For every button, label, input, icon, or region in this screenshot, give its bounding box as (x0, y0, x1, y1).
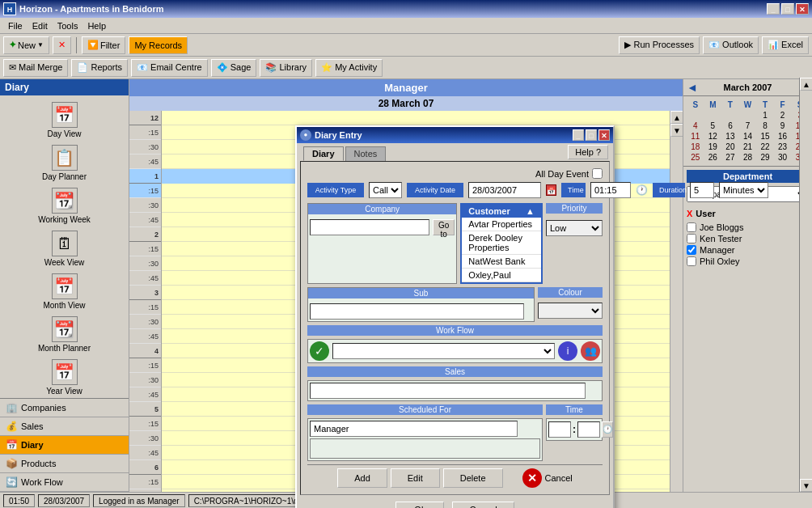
activity-type-select[interactable]: Call (369, 182, 402, 198)
scroll-up-button[interactable]: ▲ (670, 111, 683, 124)
workflow-green-icon[interactable]: ✓ (310, 341, 329, 361)
workflow-people-icon[interactable]: 👥 (581, 341, 600, 361)
edit-button[interactable]: Edit (391, 468, 440, 488)
right-scroll-up[interactable]: ▲ (800, 78, 812, 91)
library-button[interactable]: 📚 Library (260, 59, 312, 77)
nav-products[interactable]: 📦 Products (0, 455, 129, 473)
menu-file[interactable]: File (3, 19, 27, 32)
maximize-button[interactable]: □ (781, 3, 794, 15)
cal-day[interactable]: 21 (739, 142, 757, 152)
tab-notes[interactable]: Notes (345, 146, 387, 161)
add-button[interactable]: Add (337, 468, 387, 488)
mail-merge-button[interactable]: ✉ Mail Merge (3, 59, 68, 77)
customer-close-icon[interactable]: ▲ (526, 206, 535, 216)
dialog-maximize-button[interactable]: □ (586, 129, 597, 141)
cal-day[interactable]: 18 (687, 142, 704, 152)
time-field-input[interactable] (548, 421, 571, 438)
cal-day cal-today[interactable]: 28 (739, 152, 757, 163)
cal-day[interactable]: 1 (756, 110, 774, 121)
sidebar-week-view[interactable]: 🗓 Week View (0, 227, 129, 270)
customer-item[interactable]: Oxley,Paul (462, 269, 541, 282)
cal-day[interactable]: 4 (687, 121, 704, 131)
cal-day[interactable]: 12 (704, 131, 722, 142)
my-records-button[interactable]: My Records (129, 36, 188, 54)
nav-diary[interactable]: 📅 Diary (0, 436, 129, 455)
cal-day[interactable]: 7 (739, 121, 757, 131)
user-ken-checkbox[interactable] (687, 234, 696, 243)
new-button[interactable]: ✦ New ▼ (3, 36, 49, 54)
tab-diary[interactable]: Diary (303, 146, 344, 161)
user-joe-checkbox[interactable] (687, 222, 696, 232)
cal-day[interactable]: 25 (687, 152, 704, 163)
my-activity-button[interactable]: ⭐ My Activity (315, 59, 383, 77)
cal-day[interactable]: 14 (739, 131, 757, 142)
run-processes-button[interactable]: ▶ Run Processes (619, 36, 700, 54)
user-phil-checkbox[interactable] (687, 256, 696, 266)
cal-day[interactable]: 2 (774, 110, 792, 121)
colour-select[interactable] (538, 303, 603, 319)
cancel-button[interactable]: Cancel (452, 502, 514, 508)
subject-input[interactable] (310, 303, 524, 320)
sidebar-working-week[interactable]: 📆 Working Week (0, 184, 129, 227)
cal-day[interactable]: 9 (774, 121, 792, 131)
filter-button[interactable]: 🔽 Filter (82, 36, 125, 54)
duration-unit-select[interactable]: Minutes (719, 182, 768, 198)
dialog-close-button[interactable]: ✕ (598, 129, 610, 141)
cal-day[interactable]: 22 (756, 142, 774, 152)
customer-item[interactable]: Avtar Properties (462, 218, 541, 231)
sales-input[interactable] (310, 383, 586, 399)
reports-button[interactable]: 📄 Reports (71, 59, 128, 77)
duration-input[interactable] (690, 182, 714, 198)
cal-day[interactable]: 30 (774, 152, 792, 163)
time-picker-button[interactable]: 🕐 (602, 421, 613, 438)
cal-day[interactable]: 19 (704, 142, 722, 152)
excel-button[interactable]: 📊 Excel (762, 36, 809, 54)
sidebar-day-view[interactable]: 📅 Day View (0, 99, 129, 142)
cal-day[interactable]: 16 (774, 131, 792, 142)
diary-scrollbar[interactable]: ▲ ▼ (670, 111, 683, 492)
cal-day[interactable]: 29 (756, 152, 774, 163)
time-field-input2[interactable] (577, 421, 600, 438)
right-scroll-down[interactable]: ▼ (800, 479, 812, 492)
company-input[interactable] (310, 219, 429, 235)
cal-day[interactable]: 5 (704, 121, 722, 131)
company-goto-button[interactable]: Go to (433, 219, 455, 235)
calendar-prev-button[interactable]: ◄ (687, 81, 698, 94)
cal-day[interactable]: 6 (721, 121, 739, 131)
minimize-button[interactable]: _ (767, 3, 780, 15)
cal-day[interactable]: 20 (721, 142, 739, 152)
sage-button[interactable]: 💠 Sage (211, 59, 257, 77)
cal-day[interactable] (739, 110, 757, 121)
cal-day[interactable]: 8 (756, 121, 774, 131)
menu-help[interactable]: Help (82, 19, 111, 32)
cal-day[interactable] (687, 110, 704, 121)
cal-day[interactable]: 11 (687, 131, 704, 142)
time-input[interactable] (590, 182, 631, 198)
cal-day[interactable]: 26 (704, 152, 722, 163)
sidebar-month-planner[interactable]: 📆 Month Planner (0, 313, 129, 356)
menu-tools[interactable]: Tools (53, 19, 83, 32)
activity-date-input[interactable] (468, 182, 541, 198)
menu-edit[interactable]: Edit (27, 19, 53, 32)
cal-day[interactable]: 13 (721, 131, 739, 142)
sidebar-year-view[interactable]: 📅 Year View (0, 356, 129, 398)
cal-day[interactable]: 15 (756, 131, 774, 142)
scheduled-for-input[interactable] (310, 421, 518, 437)
outlook-button[interactable]: 📧 Outlook (703, 36, 759, 54)
dialog-minimize-button[interactable]: _ (573, 129, 584, 141)
cal-day[interactable] (721, 110, 739, 121)
cal-day[interactable]: 27 (721, 152, 739, 163)
all-day-checkbox[interactable] (592, 168, 603, 179)
ok-button[interactable]: Ok (395, 502, 444, 508)
delete-button[interactable]: ✕ (53, 36, 71, 54)
sidebar-month-view[interactable]: 📅 Month View (0, 270, 129, 313)
nav-sales[interactable]: 💰 Sales (0, 417, 129, 436)
workflow-blue-icon[interactable]: i (558, 341, 577, 361)
nav-workflow[interactable]: 🔄 Work Flow (0, 473, 129, 492)
scroll-down-button[interactable]: ▼ (670, 124, 683, 137)
nav-companies[interactable]: 🏢 Companies (0, 399, 129, 417)
cal-day[interactable]: 23 (774, 142, 792, 152)
sidebar-day-planner[interactable]: 📋 Day Planner (0, 142, 129, 184)
delete-button-dialog[interactable]: Delete (443, 468, 503, 488)
user-manager-checkbox[interactable] (687, 245, 696, 255)
